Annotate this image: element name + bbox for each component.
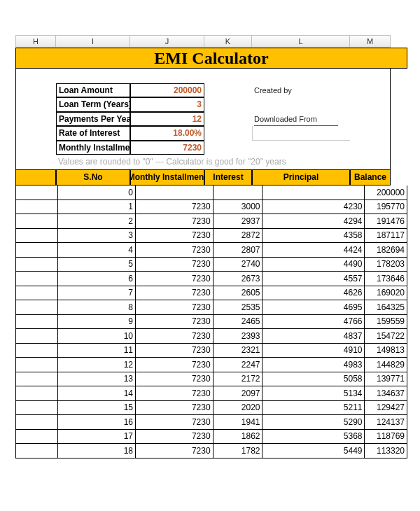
loan-amount-label[interactable]: Loan Amount (56, 83, 130, 98)
cell-balance[interactable]: 113320 (365, 444, 407, 458)
cell-sno[interactable]: 1 (58, 200, 136, 214)
cell-blank[interactable] (16, 444, 58, 458)
cell-installment[interactable]: 7230 (136, 343, 214, 358)
cell-installment[interactable]: 7230 (136, 372, 214, 386)
cell-interest[interactable]: 1941 (213, 415, 262, 430)
cell[interactable] (204, 126, 252, 141)
downloaded-from-label[interactable]: Downloaded From (252, 112, 350, 127)
cell-interest[interactable] (213, 186, 262, 200)
cell[interactable] (252, 126, 350, 141)
cell-balance[interactable]: 139771 (365, 372, 407, 386)
table-header-interest[interactable]: Interest (204, 169, 252, 186)
cell-sno[interactable]: 0 (58, 186, 136, 200)
cell-installment[interactable]: 7230 (136, 444, 214, 458)
cell-balance[interactable]: 164325 (365, 300, 407, 315)
cell-sno[interactable]: 11 (58, 343, 136, 358)
cell-sno[interactable]: 8 (58, 300, 136, 315)
rate-label[interactable]: Rate of Interest (56, 126, 130, 141)
cell-blank[interactable] (16, 257, 58, 272)
cell-sno[interactable]: 9 (58, 314, 136, 329)
cell-installment[interactable] (136, 186, 214, 200)
cell-blank[interactable] (16, 214, 58, 229)
cell-balance[interactable]: 154722 (365, 329, 407, 344)
col-header-L[interactable]: L (252, 35, 350, 48)
cell-interest[interactable]: 2740 (213, 257, 262, 272)
loan-term-value[interactable]: 3 (130, 97, 204, 112)
cell[interactable] (252, 141, 350, 155)
rate-value[interactable]: 18.00% (130, 126, 204, 141)
cell-installment[interactable]: 7230 (136, 400, 214, 415)
cell-blank[interactable] (16, 372, 58, 386)
cell-sno[interactable]: 17 (58, 429, 136, 444)
cell-balance[interactable]: 134637 (365, 386, 407, 401)
cell-principal[interactable]: 4358 (262, 228, 365, 243)
cell-principal[interactable]: 4557 (262, 272, 365, 286)
cell-installment[interactable]: 7230 (136, 415, 214, 430)
monthly-installment-label[interactable]: Monthly Installment (56, 141, 130, 155)
cell-sno[interactable]: 16 (58, 415, 136, 430)
note-text[interactable]: Values are rounded to "0" --- Calculator… (56, 155, 350, 169)
payments-per-year-label[interactable]: Payments Per Year (56, 112, 130, 127)
cell-blank[interactable] (16, 358, 58, 372)
cell-interest[interactable]: 2097 (213, 386, 262, 401)
cell-sno[interactable]: 7 (58, 286, 136, 300)
cell[interactable] (350, 112, 391, 127)
cell-installment[interactable]: 7230 (136, 286, 214, 300)
cell-blank[interactable] (16, 186, 58, 200)
cell-sno[interactable]: 14 (58, 386, 136, 401)
cell-sno[interactable]: 10 (58, 329, 136, 344)
cell-principal[interactable]: 4230 (262, 200, 365, 214)
cell-interest[interactable]: 2321 (213, 343, 262, 358)
cell-interest[interactable]: 2465 (213, 314, 262, 329)
cell-interest[interactable]: 3000 (213, 200, 262, 214)
cell-balance[interactable]: 129427 (365, 400, 407, 415)
cell-principal[interactable]: 5449 (262, 444, 365, 458)
cell-interest[interactable]: 2673 (213, 272, 262, 286)
cell-balance[interactable]: 200000 (365, 186, 407, 200)
cell-principal[interactable]: 4626 (262, 286, 365, 300)
cell[interactable] (15, 112, 56, 127)
cell[interactable] (204, 141, 252, 155)
cell-principal[interactable]: 4695 (262, 300, 365, 315)
loan-amount-value[interactable]: 200000 (130, 83, 204, 98)
cell-blank[interactable] (16, 329, 58, 344)
cell-installment[interactable]: 7230 (136, 300, 214, 315)
cell-installment[interactable]: 7230 (136, 243, 214, 258)
cell[interactable] (204, 83, 252, 98)
table-header-sno[interactable]: S.No (56, 169, 130, 186)
cell-blank[interactable] (16, 386, 58, 401)
cell-blank[interactable] (16, 314, 58, 329)
cell-sno[interactable]: 4 (58, 243, 136, 258)
cell[interactable] (350, 141, 391, 155)
cell-blank[interactable] (16, 272, 58, 286)
cell[interactable] (252, 69, 350, 83)
cell-installment[interactable]: 7230 (136, 386, 214, 401)
cell-balance[interactable]: 149813 (365, 343, 407, 358)
cell-installment[interactable]: 7230 (136, 228, 214, 243)
cell-balance[interactable]: 178203 (365, 257, 407, 272)
cell[interactable] (15, 141, 56, 155)
cell-balance[interactable]: 169020 (365, 286, 407, 300)
created-by-label[interactable]: Created by (252, 83, 350, 98)
cell-principal[interactable]: 4837 (262, 329, 365, 344)
cell-balance[interactable]: 118769 (365, 429, 407, 444)
cell-blank[interactable] (16, 415, 58, 430)
cell-interest[interactable]: 1782 (213, 444, 262, 458)
cell-installment[interactable]: 7230 (136, 214, 214, 229)
cell-interest[interactable]: 2535 (213, 300, 262, 315)
cell[interactable] (204, 69, 252, 83)
cell-sno[interactable]: 13 (58, 372, 136, 386)
col-header-I[interactable]: I (56, 35, 130, 48)
cell-blank[interactable] (16, 300, 58, 315)
col-header-K[interactable]: K (204, 35, 252, 48)
cell[interactable] (130, 69, 204, 83)
cell-interest[interactable]: 2605 (213, 286, 262, 300)
cell[interactable] (56, 69, 130, 83)
table-header-blank[interactable] (15, 169, 56, 186)
cell-interest[interactable]: 2393 (213, 329, 262, 344)
cell-balance[interactable]: 191476 (365, 214, 407, 229)
cell[interactable] (350, 126, 391, 141)
cell-blank[interactable] (16, 228, 58, 243)
cell-balance[interactable]: 187117 (365, 228, 407, 243)
cell-balance[interactable]: 195770 (365, 200, 407, 214)
